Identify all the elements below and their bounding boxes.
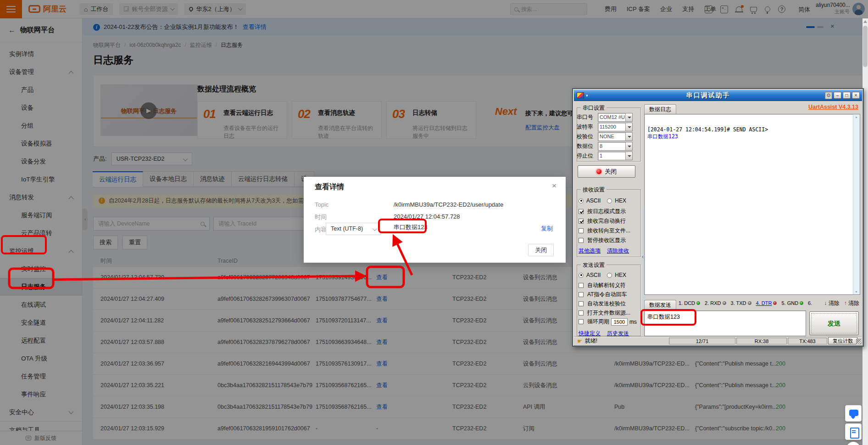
status-hand-icon: ☛ [577,338,583,344]
receive-option-label: 接收转向至文件... [587,227,630,235]
pin-indicator[interactable]: 1. DCD [679,300,700,306]
port-field-select[interactable]: 1 [598,152,633,160]
port-field-label: 校验位 [577,133,598,141]
content-label: 内容 [315,225,327,234]
floating-widgets: › [845,405,862,445]
send-option[interactable]: AT指令自动回车 [579,291,627,299]
minimize-icon[interactable]: – [834,92,841,99]
topic-value: /k0irmMBU39a/TCP232-ED2/user/update [394,201,503,208]
serial-assistant-window: ▾ 串口调试助手 ⊙ – □ × 串口设置 串口号 COM12 #US 波特率 [572,88,864,347]
dropdown-icon[interactable] [625,123,632,131]
scrollbar-thumb[interactable] [863,26,868,67]
receive-option[interactable]: 暂停接收区显示 [579,237,626,244]
port-field-select[interactable]: COM12 #US [598,113,633,122]
ascii-radio[interactable] [579,273,584,278]
send-button[interactable]: 发送 [809,311,859,335]
modal-close-button[interactable]: 关闭 [528,244,554,256]
receive-option-label: 接收完自动换行 [587,217,626,225]
receive-link[interactable]: 清除接收 [607,247,629,255]
port-field-label: 波特率 [577,123,598,131]
receive-option[interactable]: 按日志模式显示 [579,208,626,215]
port-field: 串口号 COM12 #US [577,113,633,122]
ascii-radio[interactable] [579,198,584,203]
cycle-input[interactable] [611,318,628,326]
receive-link[interactable]: 其他选项 [579,247,601,255]
serial-app-icon[interactable] [577,92,584,98]
dropdown-icon[interactable] [625,142,632,150]
log-line-data: 串口数据123 [645,133,860,140]
send-option-label: 自动解析转义符 [587,282,626,289]
expand-widgets-button[interactable]: › [846,442,860,445]
down-arrow-icon: ↓ [824,300,828,306]
checkbox-icon[interactable] [579,310,584,315]
checkbox-icon[interactable] [579,228,584,233]
status-text: 就绪! [585,337,597,345]
version-link[interactable]: UartAssist V4.3.13 [808,104,858,110]
chevron-down-icon [373,226,377,231]
receive-option[interactable]: 接收转向至文件... [579,227,630,235]
pin-indicator[interactable]: 5. GND [781,300,803,306]
send-option-label: 自动发送校验位 [587,300,626,308]
serial-titlebar[interactable]: ▾ 串口调试助手 ⊙ – □ × [574,90,862,101]
receive-option-label: 暂停接收区显示 [587,237,626,244]
checkbox-icon[interactable] [579,219,584,224]
port-field-select[interactable]: 115200 [598,123,633,131]
time-value: 2024/01/27 12:04:57.728 [394,213,460,220]
scrollbar-up-icon[interactable] [863,19,867,23]
pin-indicator[interactable]: 6. [808,300,812,306]
screen: 阿里云 ⌂ 工作台 账号全部资源 华东2（上海） 搜索... 费用ICP 备案企… [0,0,868,445]
send-option[interactable]: 打开文件数据源... [579,309,630,317]
checkbox-icon[interactable] [579,319,584,324]
modal-close-icon[interactable]: × [552,181,556,191]
encoding-select[interactable]: Text (UTF-8) [326,223,381,235]
tx-cell: TX:483 [788,338,827,344]
pin-led-icon [800,301,803,305]
receive-option[interactable]: 接收完自动换行 [579,217,626,225]
port-toggle-button[interactable]: 关闭 [578,165,635,178]
port-field-select[interactable]: NONE [598,132,633,141]
data-log-tab[interactable]: 数据日志 [644,104,676,114]
log-line: [2024-01-27 12:04:54.199]# SEND ASCII> [645,114,860,133]
checkbox-icon[interactable] [579,292,584,297]
window-close-icon[interactable]: × [852,92,860,99]
pin-window-icon[interactable]: ⊙ [825,92,832,99]
hex-radio[interactable] [607,198,612,203]
hex-radio[interactable] [607,273,612,278]
port-field-label: 串口号 [577,113,598,121]
send-format-radios: ASCII HEX [579,272,626,278]
send-option[interactable]: 自动解析转义符 [579,282,626,289]
checkbox-icon[interactable] [579,301,584,306]
dropdown-icon[interactable] [625,152,632,160]
chat-widget-button[interactable] [845,405,862,422]
log-scrollbar[interactable] [853,114,860,294]
data-send-tab[interactable]: 数据发送 [644,300,676,310]
checkbox-icon[interactable] [579,283,584,288]
pin-name: 2. RXD [705,300,721,306]
checkbox-icon[interactable] [579,209,584,214]
clear-send-button[interactable]: ↑ 清除 [844,299,859,307]
titlebar-menu-arrow-icon[interactable]: ▾ [586,93,588,98]
pin-indicator[interactable]: 3. TXD [731,300,751,306]
port-field: 校验位 NONE [577,132,633,141]
clear-buttons: ↓ 清除 ↑ 清除 [824,299,859,307]
dropdown-icon[interactable] [625,113,632,121]
led-indicator [596,169,601,174]
pin-indicator[interactable]: 2. RXD [705,300,726,306]
send-input-area[interactable]: 串口数据123 [644,310,806,336]
port-field: 数据位 8 [577,142,633,151]
doc-widget-button[interactable] [845,423,862,440]
data-log-area[interactable]: [2024-01-27 12:04:54.199]# SEND ASCII> 串… [644,114,860,295]
copy-link[interactable]: 复制 [541,225,553,233]
port-field-label: 停止位 [577,152,598,160]
pin-indicator[interactable]: 4. DTR [756,300,777,306]
dropdown-icon[interactable] [625,133,632,141]
cycle-option[interactable]: 循环周期 ms [579,318,637,326]
reset-counter-button[interactable]: 复位计数 [828,337,857,344]
checkbox-icon[interactable] [579,238,584,243]
time-label: 时间 [315,213,327,221]
send-option[interactable]: 自动发送校验位 [579,300,626,308]
clear-receive-button[interactable]: ↓ 清除 [824,299,839,307]
port-field-select[interactable]: 8 [598,142,633,151]
maximize-icon[interactable]: □ [843,92,851,99]
resize-grip[interactable] [856,339,862,344]
